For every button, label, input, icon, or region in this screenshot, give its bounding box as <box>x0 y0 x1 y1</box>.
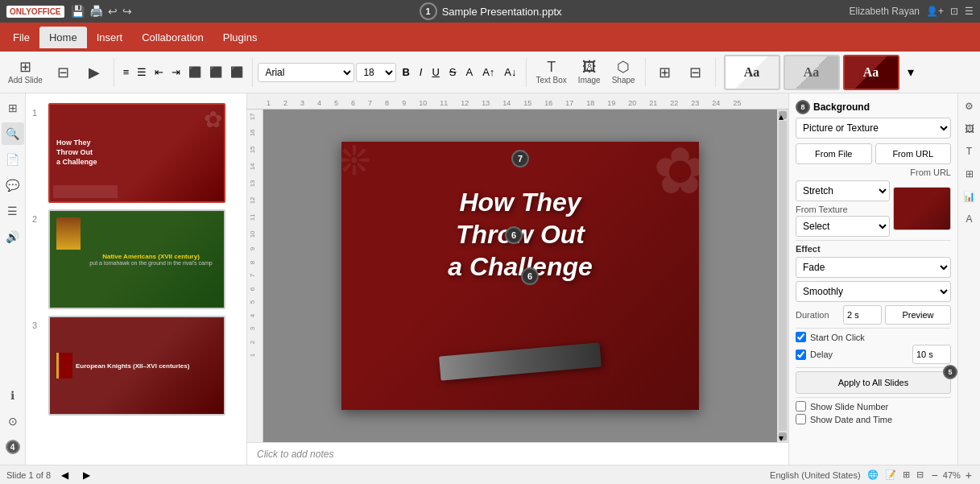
left-icon-pages[interactable]: 📄 <box>2 148 24 171</box>
zoom-out-btn[interactable]: − <box>930 469 940 482</box>
shape-button[interactable]: ⬡ Shape <box>607 55 640 90</box>
indent-increase-btn[interactable]: ⇥ <box>167 64 184 80</box>
menu-icon[interactable]: ☰ <box>965 6 974 17</box>
right-icon-text[interactable]: T <box>960 142 979 161</box>
cols-btn[interactable]: ⬛ <box>226 64 247 80</box>
prev-slide-btn[interactable]: ◀ <box>57 468 72 482</box>
font-color-btn[interactable]: A <box>461 64 477 80</box>
zoom-controls: − 47% + <box>930 469 974 482</box>
save-icon[interactable]: 💾 <box>71 5 85 18</box>
texture-select[interactable]: Select <box>796 216 890 237</box>
right-icon-image[interactable]: 🖼 <box>960 119 979 139</box>
left-icon-search[interactable]: 🔍 <box>2 122 24 145</box>
slide-thumb-1[interactable]: ✿ How TheyThrow Outa Challenge <box>48 103 225 203</box>
scroll-thumb-v[interactable] <box>779 121 787 431</box>
slide-thumb-2[interactable]: Native Americans (XVII century) put a to… <box>48 209 225 309</box>
scroll-up-btn[interactable]: ▴ <box>779 111 787 119</box>
bold-btn[interactable]: B <box>398 64 413 80</box>
undo-icon[interactable]: ↩ <box>108 5 118 18</box>
bullet-list-btn[interactable]: ≡ <box>119 64 134 80</box>
account-icon[interactable]: 👤+ <box>926 6 944 17</box>
show-slide-number-checkbox[interactable] <box>796 401 806 412</box>
slide-layout-button[interactable]: ⊟ <box>49 55 78 90</box>
from-url-btn[interactable]: From URL <box>875 143 952 164</box>
theme-dark-red[interactable]: Aa <box>843 55 899 90</box>
notes-area[interactable]: Click to add notes <box>247 442 788 465</box>
spellcheck-icon[interactable]: 📝 <box>885 470 896 480</box>
indent-decrease-btn[interactable]: ⇤ <box>151 64 167 80</box>
right-icon-chart[interactable]: 📊 <box>960 187 979 206</box>
underline-btn[interactable]: U <box>428 64 443 80</box>
slide-item-1[interactable]: 1 ✿ How TheyThrow Outa Challenge <box>26 100 246 206</box>
format-button[interactable]: ⊟ <box>681 55 710 90</box>
effect-type-select[interactable]: Fade <box>796 257 951 278</box>
apply-to-all-btn[interactable]: Apply to All Slides <box>796 371 951 394</box>
duration-label: Duration <box>796 310 840 320</box>
menu-collaboration[interactable]: Collaboration <box>132 27 213 48</box>
left-icon-list[interactable]: ☰ <box>2 200 24 222</box>
arrange-button[interactable]: ⊞ <box>651 55 680 90</box>
right-icon-settings[interactable]: ⚙ <box>960 97 979 116</box>
start-on-click-checkbox[interactable] <box>796 332 806 342</box>
font-family-select[interactable]: Arial <box>258 63 354 82</box>
menu-file[interactable]: File <box>3 27 39 48</box>
play-button[interactable]: ▶ <box>80 55 109 90</box>
align-left-btn[interactable]: ⬛ <box>184 64 205 80</box>
slide-item-3[interactable]: 3 European Knights (XII–XVI centuries) <box>26 312 246 419</box>
left-icon-circle[interactable]: ⊙ <box>2 410 24 432</box>
add-slide-button[interactable]: ⊞ Add Slide <box>3 55 48 90</box>
italic-btn[interactable]: I <box>416 64 427 80</box>
menu-plugins[interactable]: Plugins <box>213 27 267 48</box>
ruler-v-mark: 9 <box>249 247 256 250</box>
right-icon-table[interactable]: ⊞ <box>960 164 979 184</box>
theme-light[interactable]: Aa <box>724 55 780 90</box>
duration-input[interactable] <box>843 305 882 325</box>
left-icon-slides[interactable]: ⊞ <box>2 97 24 119</box>
font-size-select[interactable]: 18 <box>356 63 396 82</box>
window-icon[interactable]: ⊡ <box>950 6 958 17</box>
theme-more-btn[interactable]: ▾ <box>903 55 919 90</box>
delay-input[interactable] <box>912 345 951 364</box>
right-icon-font[interactable]: A <box>960 209 979 229</box>
num-list-btn[interactable]: ☰ <box>133 64 151 80</box>
preview-btn[interactable]: Preview <box>885 305 951 325</box>
view-icon-1[interactable]: ⊞ <box>903 470 910 480</box>
align-center-btn[interactable]: ⬛ <box>205 64 226 80</box>
left-icon-info[interactable]: ℹ <box>2 384 24 407</box>
slide-thumb-3[interactable]: European Knights (XII–XVI centuries) <box>48 316 225 416</box>
image-button[interactable]: 🖼 Image <box>573 55 606 90</box>
redo-icon[interactable]: ↪ <box>122 5 132 18</box>
slide-main[interactable]: ✿ ❊ How They Throw Out a Challenge <box>341 142 699 410</box>
slide1-bg: ✿ How TheyThrow Outa Challenge <box>50 105 224 201</box>
next-slide-btn[interactable]: ▶ <box>79 468 94 482</box>
slide-canvas[interactable]: ✿ ❊ How They Throw Out a Challenge <box>263 110 777 442</box>
left-icon-comments[interactable]: 💬 <box>2 174 24 196</box>
view-icon-2[interactable]: ⊟ <box>916 470 924 480</box>
theme-gray[interactable]: Aa <box>784 55 840 90</box>
strikethrough-btn[interactable]: S <box>445 64 461 80</box>
stretch-select[interactable]: Stretch <box>796 180 890 201</box>
font-size-up-btn[interactable]: A↑ <box>478 64 498 80</box>
print-icon[interactable]: 🖨️ <box>89 5 103 18</box>
language-icon[interactable]: 🌐 <box>867 470 879 480</box>
badge-8: 8 <box>796 100 810 114</box>
menu-insert[interactable]: Insert <box>87 27 133 48</box>
status-bar: Slide 1 of 8 ◀ ▶ English (United States)… <box>0 465 980 484</box>
show-date-time-checkbox[interactable] <box>796 414 806 424</box>
scroll-down-btn[interactable]: ▾ <box>779 432 787 441</box>
menu-home[interactable]: Home <box>39 27 87 48</box>
effect-speed-select[interactable]: Smoothly <box>796 281 951 302</box>
ruler-v-mark: 16 <box>249 130 256 137</box>
ruler-mark: 14 <box>502 99 511 107</box>
text-box-button[interactable]: T Text Box <box>531 55 572 90</box>
from-file-btn[interactable]: From File <box>796 143 872 164</box>
badge-6-r: 6 <box>505 226 523 244</box>
background-type-select[interactable]: Picture or Texture <box>796 118 951 139</box>
delay-checkbox[interactable] <box>796 350 806 360</box>
left-icon-speaker[interactable]: 🔊 <box>2 225 24 248</box>
number-badge-4: 4 <box>2 436 24 458</box>
slide-item-2[interactable]: 2 Native Americans (XVII century) put a … <box>26 206 246 312</box>
font-size-dn-btn[interactable]: A↓ <box>500 64 520 80</box>
scrollbar-vertical[interactable]: ▴ ▾ <box>777 110 788 442</box>
zoom-in-btn[interactable]: + <box>964 469 974 482</box>
